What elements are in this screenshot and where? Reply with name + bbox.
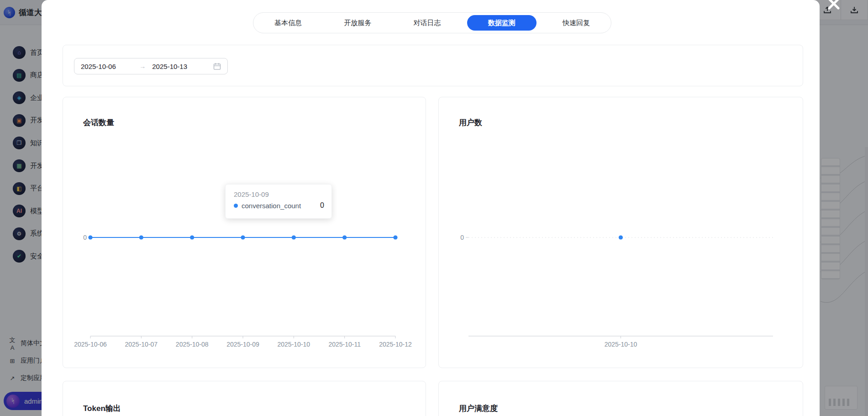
conversation-count-line-chart[interactable]: 02025-10-062025-10-072025-10-082025-10-0… — [63, 97, 426, 368]
date-range-arrow-icon: → — [137, 63, 148, 70]
svg-text:2025-10-07: 2025-10-07 — [125, 341, 158, 348]
chart-card-token-output: Token输出 — [63, 381, 426, 416]
svg-text:0: 0 — [460, 234, 464, 241]
chart-title: 用户满意度 — [459, 403, 498, 414]
modal-tabbar: 基本信息开放服务对话日志数据监测快速回复 — [253, 12, 611, 33]
tab-数据监测[interactable]: 数据监测 — [467, 15, 537, 31]
tooltip-date: 2025-10-09 — [234, 190, 324, 198]
tab-开放服务[interactable]: 开放服务 — [323, 13, 392, 33]
chart-card-user-count: 用户数 02025-10-10 — [438, 97, 803, 368]
tooltip-series-name: conversation_count — [242, 202, 316, 210]
tab-快速回复[interactable]: 快速回复 — [542, 13, 611, 33]
svg-text:2025-10-08: 2025-10-08 — [176, 341, 209, 348]
svg-text:2025-10-09: 2025-10-09 — [226, 341, 259, 348]
chart-tooltip: 2025-10-09 conversation_count 0 — [225, 184, 332, 219]
close-icon — [829, 0, 838, 8]
svg-text:2025-10-10: 2025-10-10 — [605, 341, 637, 348]
app-detail-modal: 基本信息开放服务对话日志数据监测快速回复 2025-10-06 → 2025-1… — [42, 0, 820, 416]
svg-text:2025-10-12: 2025-10-12 — [379, 341, 412, 348]
user-count-line-chart[interactable]: 02025-10-10 — [439, 97, 803, 368]
chart-card-conversation-count: 会话数量 02025-10-062025-10-072025-10-082025… — [63, 97, 426, 368]
tab-基本信息[interactable]: 基本信息 — [253, 13, 323, 33]
filter-card: 2025-10-06 → 2025-10-13 — [63, 45, 803, 86]
date-end-value[interactable]: 2025-10-13 — [152, 63, 210, 70]
date-range-picker[interactable]: 2025-10-06 → 2025-10-13 — [74, 58, 228, 74]
calendar-icon[interactable] — [213, 63, 221, 70]
series-dot-icon — [234, 204, 238, 208]
date-start-value[interactable]: 2025-10-06 — [81, 63, 133, 70]
tab-对话日志[interactable]: 对话日志 — [392, 13, 462, 33]
svg-text:2025-10-11: 2025-10-11 — [328, 341, 361, 348]
svg-text:2025-10-10: 2025-10-10 — [278, 341, 310, 348]
chart-title: Token输出 — [83, 403, 121, 414]
tooltip-value: 0 — [320, 201, 324, 210]
svg-text:2025-10-06: 2025-10-06 — [74, 341, 107, 348]
modal-close-button[interactable] — [825, 0, 843, 13]
chart-card-user-satisfaction: 用户满意度 — [438, 381, 803, 416]
svg-text:0: 0 — [83, 234, 87, 241]
